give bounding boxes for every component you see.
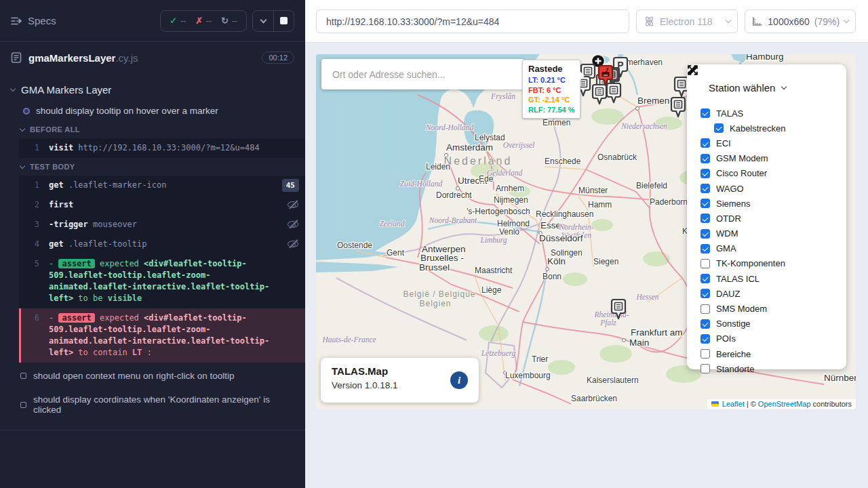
map-label: Frankfurt am: [631, 327, 683, 338]
layer-checkbox-siemens[interactable]: Siemens: [701, 196, 846, 211]
checkbox[interactable]: [701, 319, 710, 329]
tooltip-row: FBT: 6 °C: [528, 85, 574, 96]
cypress-reporter: Specs ✓-- ✗-- ↻-- gmaMarkersLayer.cy.js …: [0, 0, 305, 488]
checkbox[interactable]: [701, 334, 710, 344]
checkbox[interactable]: [701, 154, 710, 163]
map-label: Bielefeld: [636, 181, 667, 190]
osm-link[interactable]: OpenStreetMap: [758, 400, 811, 408]
url-input[interactable]: [316, 9, 629, 33]
tooltip-row: GT: -2.14 °C: [528, 95, 574, 105]
hook-before-all[interactable]: BEFORE ALL: [0, 121, 305, 138]
pending-tests: should open context menu on right-click …: [0, 365, 305, 420]
specs-toggle-button[interactable]: Specs: [11, 15, 56, 26]
layer-checkbox-gsm-modem[interactable]: GSM Modem: [701, 151, 846, 166]
layer-checkbox-pois[interactable]: POIs: [701, 331, 846, 346]
tooltip-row: LT: 0.21 °C: [528, 75, 574, 85]
map-label: Enschede: [545, 157, 581, 166]
command-assert[interactable]: 6 - assert expected <div#leaflet-tooltip…: [19, 308, 305, 363]
tooltip-values: LT: 0.21 °CFBT: 6 °CGT: -2.14 °CRLF: 77.…: [528, 75, 574, 115]
chevron-down-icon: [20, 163, 25, 168]
command-row[interactable]: 1 get .leaflet-marker-icon45: [19, 176, 305, 195]
map-label: Nijmegen: [494, 195, 528, 205]
info-icon[interactable]: i: [450, 371, 468, 389]
map-label: België / Belgique: [403, 289, 475, 299]
checkbox[interactable]: [701, 259, 710, 268]
layer-checkbox-otdr[interactable]: OTDR: [701, 211, 846, 226]
checkbox[interactable]: [701, 169, 710, 178]
browser-selector[interactable]: Electron 118: [636, 9, 738, 33]
layer-checkbox-tk-komponenten[interactable]: TK-Komponenten: [701, 256, 846, 271]
viewport-ruler-icon: [752, 16, 763, 26]
checkbox[interactable]: [701, 244, 710, 253]
stop-run-button[interactable]: [273, 11, 294, 31]
checkbox[interactable]: [701, 184, 710, 193]
checkbox[interactable]: [701, 364, 710, 373]
checkbox[interactable]: [701, 214, 710, 223]
app-title: TALAS.Map: [332, 365, 468, 377]
layer-checkbox-eci[interactable]: ECI: [701, 136, 846, 150]
map-label: Noord-Holland: [425, 123, 474, 131]
map-label: Münster: [578, 186, 608, 195]
map-label: Limburg: [479, 236, 507, 245]
suite-gma-markers-layer[interactable]: GMA Markers Layer: [0, 79, 305, 101]
map-label: Hauts-de-France: [321, 336, 376, 344]
command-assert[interactable]: 5 - assert expected <div#leaflet-tooltip…: [19, 254, 305, 308]
layer-checkbox-sonstige[interactable]: Sonstige: [701, 317, 846, 331]
layer-checkbox-kabelstrecken[interactable]: Kabelstrecken: [714, 121, 846, 136]
pending-test[interactable]: should display coordinates when 'Koordin…: [0, 389, 305, 420]
layer-checkbox-wdm[interactable]: WDM: [701, 226, 846, 241]
hook-test-body[interactable]: TEST BODY: [0, 158, 305, 176]
collapse-all-button[interactable]: [253, 11, 273, 31]
checkbox[interactable]: [701, 304, 710, 314]
spec-file-header[interactable]: gmaMarkersLayer.cy.js 00:12: [0, 42, 305, 73]
map-label: Nordrhein-: [558, 223, 593, 231]
checkbox[interactable]: [701, 274, 710, 283]
checkbox[interactable]: [701, 349, 710, 359]
map-label: Brussel: [419, 262, 450, 272]
station-select-dropdown[interactable]: Station wählen: [709, 82, 786, 94]
command-row[interactable]: 1 visit http://192.168.10.33:3000/?m=12&…: [19, 138, 305, 158]
leaflet-link[interactable]: Leaflet: [722, 400, 745, 408]
command-row[interactable]: 3 -trigger mouseover: [19, 215, 305, 235]
checkbox[interactable]: [701, 138, 710, 148]
layer-checkbox-cisco-router[interactable]: Cisco Router: [701, 166, 846, 181]
marker-tooltip: Rastede LT: 0.21 °CFBT: 6 °CGT: -2.14 °C…: [522, 60, 580, 119]
layer-checkbox-gma[interactable]: GMA: [701, 241, 846, 256]
layer-checkbox-wago[interactable]: WAGO: [701, 181, 846, 196]
layer-checkbox-standorte[interactable]: Standorte: [701, 361, 846, 376]
hidden-eye-slash-icon: [288, 201, 298, 208]
map-search-input[interactable]: [321, 59, 525, 89]
checkbox[interactable]: [701, 289, 710, 298]
map-label: Lelystad: [475, 133, 505, 142]
map-label: Overijssel: [503, 141, 535, 150]
refresh-icon: ↻: [221, 16, 229, 26]
spec-file-icon: [11, 52, 22, 63]
map-label: Recklinghausen: [536, 209, 593, 219]
map-label: Gent: [387, 248, 405, 258]
command-row[interactable]: 4 get .leaflet-tooltip: [19, 235, 305, 254]
layer-checkbox-sms-modem[interactable]: SMS Modem: [701, 301, 846, 316]
viewport-selector[interactable]: 1000x660 (79%): [745, 9, 856, 33]
map-label: Hamburg: [746, 54, 784, 62]
checkbox[interactable]: [714, 123, 724, 133]
active-test[interactable]: should display tooltip on hover over a m…: [0, 101, 305, 121]
stat-failed: ✗--: [195, 16, 212, 26]
pending-test[interactable]: should open context menu on right-click …: [0, 365, 305, 386]
checkbox[interactable]: [701, 108, 710, 118]
expand-fullscreen-icon[interactable]: [687, 64, 698, 76]
command-row[interactable]: 2 first: [19, 195, 305, 215]
assert-badge: assert: [58, 313, 94, 323]
layer-checkbox-dauz[interactable]: DAUZ: [701, 286, 846, 301]
map-label: Bonn: [542, 272, 561, 281]
checkbox[interactable]: [701, 199, 710, 208]
layer-checkbox-talas[interactable]: TALAS: [701, 106, 846, 121]
layer-checkbox-bereiche[interactable]: Bereiche: [701, 346, 846, 361]
checkbox[interactable]: [701, 229, 710, 239]
aut-toolbar: Electron 118 1000x660 (79%): [305, 0, 868, 43]
layer-checkbox-talas-icl[interactable]: TALAS ICL: [701, 271, 846, 286]
map-label: Fryslân: [490, 92, 515, 101]
map-label: Bruxelles -: [420, 253, 464, 263]
map-label: Köln: [547, 256, 566, 266]
leaflet-map[interactable]: FryslânNoord-HollandEmmenLelystadAmsterd…: [316, 54, 856, 409]
run-stats[interactable]: ✓-- ✗-- ↻--: [160, 10, 247, 32]
